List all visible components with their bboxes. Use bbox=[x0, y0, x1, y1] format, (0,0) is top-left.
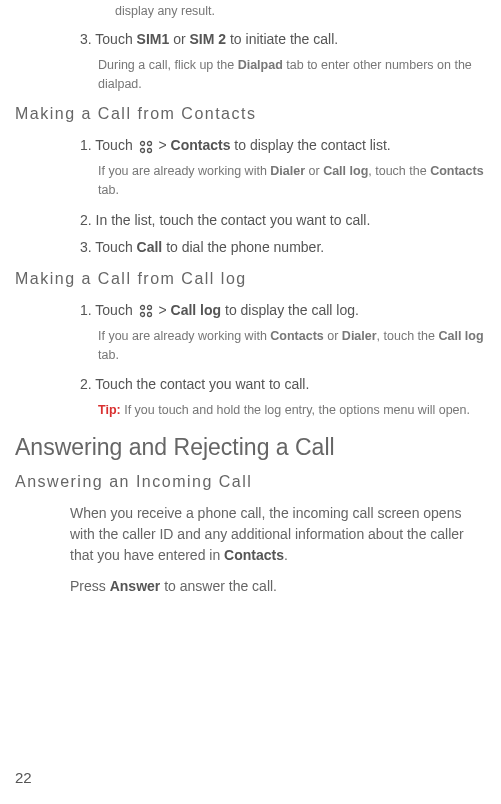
step-text-post: to initiate the call. bbox=[226, 31, 338, 47]
contacts-tab-label: Contacts bbox=[430, 164, 483, 178]
heading-contacts: Making a Call from Contacts bbox=[15, 105, 486, 123]
heading-answering-rejecting: Answering and Rejecting a Call bbox=[15, 434, 486, 461]
contacts-label: Contacts bbox=[270, 329, 323, 343]
svg-point-6 bbox=[140, 313, 144, 317]
dialpad-label: Dialpad bbox=[238, 58, 283, 72]
sim2-label: SIM 2 bbox=[190, 31, 227, 47]
note-pre: If you are already working with bbox=[98, 329, 270, 343]
note-post: tab. bbox=[98, 348, 119, 362]
step-text-pre: Touch bbox=[95, 302, 136, 318]
contacts-step-2: 2. In the list, touch the contact you wa… bbox=[80, 210, 486, 231]
svg-point-4 bbox=[140, 306, 144, 310]
note-pre: During a call, flick up the bbox=[98, 58, 238, 72]
note-post: tab. bbox=[98, 183, 119, 197]
apps-grid-icon bbox=[139, 304, 153, 318]
svg-point-7 bbox=[147, 313, 151, 317]
contacts-label: Contacts bbox=[171, 137, 231, 153]
calllog-step-2: 2. Touch the contact you want to call. bbox=[80, 374, 486, 395]
dialer-label: Dialer bbox=[270, 164, 305, 178]
step-number: 1. bbox=[80, 137, 92, 153]
heading-answering-incoming: Answering an Incoming Call bbox=[15, 473, 486, 491]
step-number: 2. bbox=[80, 212, 92, 228]
para-pre: Press bbox=[70, 578, 110, 594]
calllog-label: Call log bbox=[323, 164, 368, 178]
step-number: 3. bbox=[80, 239, 92, 255]
svg-point-3 bbox=[147, 148, 151, 152]
step-3: 3. Touch SIM1 or SIM 2 to initiate the c… bbox=[80, 29, 486, 50]
tip-note: Tip: If you touch and hold the log entry… bbox=[98, 401, 486, 420]
svg-point-1 bbox=[147, 141, 151, 145]
note-mid2: , touch the bbox=[368, 164, 430, 178]
sim1-label: SIM1 bbox=[137, 31, 170, 47]
step-text: In the list, touch the contact you want … bbox=[96, 212, 371, 228]
partial-note: display any result. bbox=[115, 2, 486, 21]
para-post: to answer the call. bbox=[160, 578, 277, 594]
note-mid1: or bbox=[305, 164, 323, 178]
answer-paragraph-1: When you receive a phone call, the incom… bbox=[70, 503, 486, 566]
step-text-pre: Touch bbox=[95, 239, 136, 255]
step-3-note: During a call, flick up the Dialpad tab … bbox=[98, 56, 486, 94]
heading-calllog: Making a Call from Call log bbox=[15, 270, 486, 288]
calllog-label: Call log bbox=[171, 302, 222, 318]
calllog-tab-label: Call log bbox=[438, 329, 483, 343]
gt-separator: > bbox=[155, 137, 171, 153]
step-text-or: or bbox=[169, 31, 189, 47]
svg-point-5 bbox=[147, 306, 151, 310]
note-mid2: , touch the bbox=[377, 329, 439, 343]
answer-label: Answer bbox=[110, 578, 161, 594]
note-mid1: or bbox=[324, 329, 342, 343]
tip-text: If you touch and hold the log entry, the… bbox=[124, 403, 470, 417]
step-text-pre: Touch bbox=[95, 137, 136, 153]
contacts-step-3: 3. Touch Call to dial the phone number. bbox=[80, 237, 486, 258]
dialer-label: Dialer bbox=[342, 329, 377, 343]
calllog-step-1: 1. Touch > Call log to display the call … bbox=[80, 300, 486, 321]
contacts-label: Contacts bbox=[224, 547, 284, 563]
step-number: 2. bbox=[80, 376, 92, 392]
contacts-step-1-note: If you are already working with Dialer o… bbox=[98, 162, 486, 200]
contacts-step-1: 1. Touch > Contacts to display the conta… bbox=[80, 135, 486, 156]
page-number: 22 bbox=[15, 769, 32, 786]
step-text-post: to dial the phone number. bbox=[162, 239, 324, 255]
gt-separator: > bbox=[155, 302, 171, 318]
answer-paragraph-2: Press Answer to answer the call. bbox=[70, 576, 486, 597]
step-text: Touch the contact you want to call. bbox=[95, 376, 309, 392]
step-text-pre: Touch bbox=[95, 31, 136, 47]
call-label: Call bbox=[137, 239, 163, 255]
note-pre: If you are already working with bbox=[98, 164, 270, 178]
svg-point-2 bbox=[140, 148, 144, 152]
calllog-step-1-note: If you are already working with Contacts… bbox=[98, 327, 486, 365]
document-page: display any result. 3. Touch SIM1 or SIM… bbox=[15, 0, 486, 597]
step-number: 3. bbox=[80, 31, 92, 47]
tip-label: Tip: bbox=[98, 403, 124, 417]
step-text-post: to display the call log. bbox=[221, 302, 359, 318]
step-text-post: to display the contact list. bbox=[230, 137, 390, 153]
svg-point-0 bbox=[140, 141, 144, 145]
para-post: . bbox=[284, 547, 288, 563]
step-number: 1. bbox=[80, 302, 92, 318]
apps-grid-icon bbox=[139, 140, 153, 154]
